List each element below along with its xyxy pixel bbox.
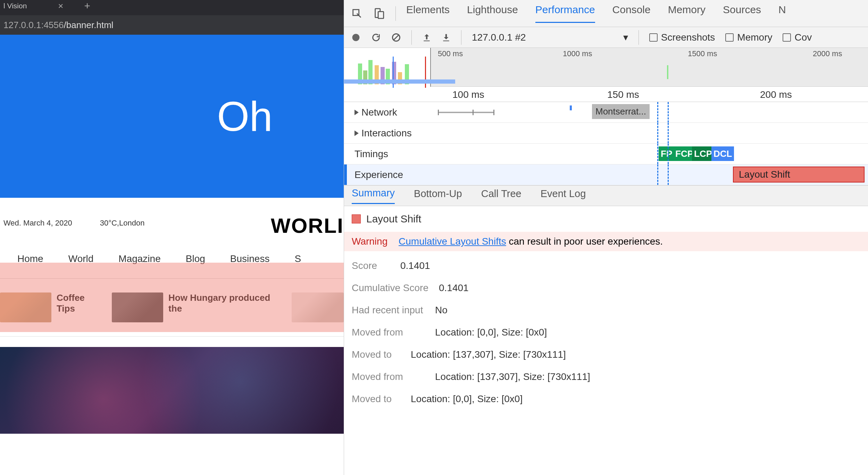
chevron-down-icon: ▾ xyxy=(623,32,628,43)
svg-point-2 xyxy=(352,34,360,41)
tab-summary[interactable]: Summary xyxy=(352,187,395,204)
checkbox-icon xyxy=(783,33,791,42)
tab-bottom-up[interactable]: Bottom-Up xyxy=(414,188,462,204)
tick-label: 1500 ms xyxy=(688,49,717,58)
divider xyxy=(639,30,639,45)
row-value: 0.1401 xyxy=(439,282,469,294)
network-track[interactable]: Network Montserrat... M xyxy=(344,102,868,123)
warning-label: Warning xyxy=(352,236,387,247)
devtools-toolbar: Elements Lighthouse Performance Console … xyxy=(344,0,868,27)
tick-label: 1000 ms xyxy=(563,49,592,58)
summary-row: Had recent inputNo xyxy=(352,305,860,316)
timeline-overview[interactable]: 500 ms 1000 ms 1500 ms 2000 ms xyxy=(344,48,868,87)
row-value: Location: [137,307], Size: [730x111] xyxy=(435,371,590,382)
row-key: Score xyxy=(352,260,390,271)
browser-chrome: l Vision × + 127.0.0.1:4556/banner.html xyxy=(0,0,344,35)
date-label: Wed. March 4, 2020 xyxy=(3,219,72,228)
disclosure-icon[interactable] xyxy=(354,110,359,115)
warning-text: can result in poor user experiences. xyxy=(506,236,663,247)
summary-panel: Layout Shift Warning Cumulative Layout S… xyxy=(344,206,868,423)
summary-row: Moved fromLocation: [137,307], Size: [73… xyxy=(352,371,860,382)
record-icon[interactable] xyxy=(351,33,361,42)
close-icon[interactable]: × xyxy=(58,1,63,11)
overview-bar xyxy=(344,79,455,84)
row-value: No xyxy=(435,305,448,316)
download-icon[interactable] xyxy=(442,33,451,42)
weather-label: 30°C,London xyxy=(100,219,145,228)
track-label[interactable]: Experience xyxy=(344,169,434,180)
tab-console[interactable]: Console xyxy=(612,4,651,23)
tab-lighthouse[interactable]: Lighthouse xyxy=(467,4,518,23)
summary-tabs: Summary Bottom-Up Call Tree Event Log xyxy=(344,185,868,206)
clear-icon[interactable] xyxy=(391,33,401,42)
track-label[interactable]: Network xyxy=(344,107,434,118)
tick-label: 500 ms xyxy=(438,49,463,58)
new-tab-button[interactable]: + xyxy=(84,0,91,12)
network-resource[interactable]: Montserrat... xyxy=(592,104,650,119)
svg-rect-1 xyxy=(378,11,384,18)
inspect-icon[interactable] xyxy=(351,8,363,19)
row-value: 0.1401 xyxy=(400,260,430,271)
summary-row: Cumulative Score0.1401 xyxy=(352,282,860,294)
tab-bar: l Vision × + xyxy=(0,0,344,12)
row-value: Location: [0,0], Size: [0x0] xyxy=(435,327,547,338)
timings-track[interactable]: Timings FP FCP LCP DCL xyxy=(344,144,868,164)
source-dropdown[interactable]: 127.0.0.1 #2 ▾ xyxy=(472,32,628,43)
url-bar[interactable]: 127.0.0.1:4556/banner.html xyxy=(0,15,344,35)
dcl-badge[interactable]: DCL xyxy=(711,146,734,161)
track-content[interactable] xyxy=(434,123,868,143)
summary-row: Moved toLocation: [0,0], Size: [0x0] xyxy=(352,393,860,405)
summary-row: Moved fromLocation: [0,0], Size: [0x0] xyxy=(352,327,860,338)
lcp-badge[interactable]: LCP xyxy=(692,146,714,161)
experience-track[interactable]: Experience Layout Shift xyxy=(344,164,868,185)
tick-label: 150 ms xyxy=(607,89,639,100)
tab-call-tree[interactable]: Call Tree xyxy=(481,188,521,204)
tick-label: 100 ms xyxy=(452,89,484,100)
tab-event-log[interactable]: Event Log xyxy=(541,188,586,204)
device-icon[interactable] xyxy=(373,8,385,19)
tab-elements[interactable]: Elements xyxy=(406,4,450,23)
site-header: Wed. March 4, 2020 30°C,London WORLI xyxy=(0,198,344,238)
svg-line-4 xyxy=(394,35,399,40)
track-content[interactable]: Montserrat... M xyxy=(434,102,868,122)
memory-checkbox[interactable]: Memory xyxy=(725,32,772,43)
summary-row: Moved toLocation: [137,307], Size: [730x… xyxy=(352,349,860,360)
summary-row: Score0.1401 xyxy=(352,260,860,271)
devtools-panel: Elements Lighthouse Performance Console … xyxy=(344,0,868,475)
track-content[interactable]: FP FCP LCP DCL xyxy=(434,144,868,164)
timeline-tracks: Network Montserrat... M Interactions Tim… xyxy=(344,102,868,185)
track-label[interactable]: Timings xyxy=(344,149,434,160)
tab-memory[interactable]: Memory xyxy=(668,4,706,23)
track-content[interactable]: Layout Shift xyxy=(434,164,868,185)
row-value: Location: [137,307], Size: [730x111] xyxy=(411,349,566,360)
row-key: Moved to xyxy=(352,349,400,360)
tick-label: 200 ms xyxy=(760,89,792,100)
browser-tab[interactable]: l Vision × xyxy=(0,0,70,12)
hero-banner: Oh xyxy=(0,35,344,198)
track-label[interactable]: Interactions xyxy=(344,128,434,139)
article-hero-image xyxy=(0,347,344,434)
divider xyxy=(411,30,412,45)
tab-more[interactable]: N xyxy=(778,4,786,23)
tab-sources[interactable]: Sources xyxy=(723,4,761,23)
coverage-checkbox[interactable]: Cov xyxy=(783,32,812,43)
performance-controls: 127.0.0.1 #2 ▾ Screenshots Memory Cov xyxy=(344,27,868,48)
reload-icon[interactable] xyxy=(371,33,381,42)
divider xyxy=(461,30,461,45)
row-key: Moved to xyxy=(352,393,400,405)
screenshots-checkbox[interactable]: Screenshots xyxy=(649,32,715,43)
row-key: Moved from xyxy=(352,327,425,338)
dropdown-value: 127.0.0.1 #2 xyxy=(472,32,526,43)
upload-icon[interactable] xyxy=(422,33,431,42)
rendered-page: Oh Wed. March 4, 2020 30°C,London WORLI … xyxy=(0,35,344,475)
cls-link[interactable]: Cumulative Layout Shifts xyxy=(399,236,506,247)
fp-badge[interactable]: FP xyxy=(659,146,674,161)
tab-performance[interactable]: Performance xyxy=(535,4,595,23)
browser-viewport: l Vision × + 127.0.0.1:4556/banner.html … xyxy=(0,0,344,475)
layout-shift-badge[interactable]: Layout Shift xyxy=(733,167,865,183)
summary-title: Layout Shift xyxy=(366,213,421,225)
color-swatch xyxy=(352,214,361,223)
devtools-tabs: Elements Lighthouse Performance Console … xyxy=(406,4,786,23)
disclosure-icon[interactable] xyxy=(354,130,359,136)
interactions-track[interactable]: Interactions xyxy=(344,123,868,144)
